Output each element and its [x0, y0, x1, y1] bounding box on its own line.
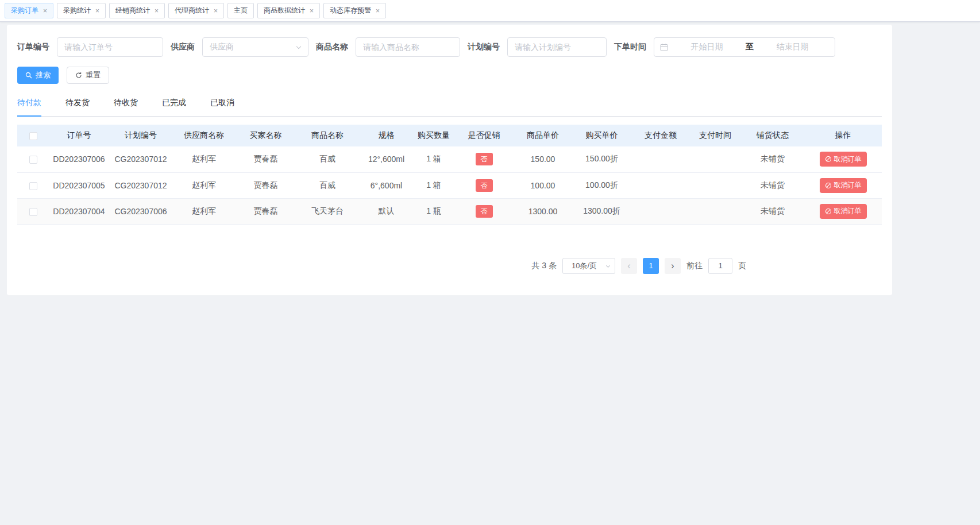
goto-label: 前往 [686, 261, 703, 271]
cancel-icon [825, 156, 832, 163]
close-icon[interactable]: × [214, 7, 218, 14]
page-size-select[interactable]: 10条/页 [562, 258, 615, 274]
cell-qty: 1 瓶 [414, 198, 454, 224]
cell-stock-status: 未铺货 [741, 172, 804, 198]
select-all-checkbox[interactable] [29, 132, 37, 140]
cell-pay-amount [632, 146, 689, 172]
col-promotion: 是否促销 [454, 125, 514, 146]
col-pay-time: 支付时间 [689, 125, 741, 146]
prev-page-button[interactable]: ‹ [621, 258, 637, 274]
promotion-badge: 否 [476, 179, 493, 192]
cancel-icon [825, 208, 832, 215]
order-time-label: 下单时间 [614, 42, 646, 52]
close-icon[interactable]: × [43, 7, 47, 14]
cell-pay-time [689, 198, 741, 224]
tab-pending-shipment[interactable]: 待发货 [65, 98, 90, 116]
tab-label: 经销商统计 [115, 6, 150, 16]
product-name-input[interactable] [356, 37, 460, 57]
col-order-no: 订单号 [49, 125, 109, 146]
tab-stock-warning[interactable]: 动态库存预警 × [323, 3, 386, 18]
supplier-select-placeholder: 供应商 [210, 42, 234, 52]
tab-home[interactable]: 主页 [227, 3, 254, 18]
table-row: DD202307006 CG202307012 赵利军 贾春磊 百威 12°,6… [17, 146, 882, 172]
cell-unit-price: 150.00 [514, 146, 572, 172]
cell-actions: 取消订单 [804, 172, 882, 198]
plan-no-input[interactable] [507, 37, 607, 57]
col-pay-amount: 支付金额 [632, 125, 689, 146]
chevron-down-icon [606, 263, 610, 267]
cell-spec: 默认 [359, 198, 414, 224]
supplier-select[interactable]: 供应商 [202, 37, 308, 57]
col-buyer-name: 买家名称 [236, 125, 296, 146]
refresh-icon [75, 72, 82, 79]
tab-label: 采购订单 [11, 6, 38, 16]
col-supplier-name: 供应商名称 [172, 125, 236, 146]
search-form: 订单编号 供应商 供应商 商品名称 计划编号 下单时间 开始日期 至 结束日期 [17, 37, 882, 57]
col-spec: 规格 [359, 125, 414, 146]
cell-order-no: DD202307004 [49, 198, 109, 224]
goto-page-input[interactable] [708, 258, 732, 274]
tab-product-data-stats[interactable]: 商品数据统计 × [257, 3, 320, 18]
cell-product: 飞天茅台 [296, 198, 359, 224]
form-actions: 搜索 重置 [17, 67, 882, 84]
tab-dealer-stats[interactable]: 经销商统计 × [109, 3, 165, 18]
tab-purchase-order[interactable]: 采购订单 × [5, 3, 53, 18]
close-icon[interactable]: × [310, 7, 314, 14]
close-icon[interactable]: × [95, 7, 99, 14]
cell-checkbox [17, 198, 49, 224]
purchase-order-panel: 订单编号 供应商 供应商 商品名称 计划编号 下单时间 开始日期 至 结束日期 [7, 25, 892, 295]
cell-plan-no: CG202307006 [109, 198, 172, 224]
chevron-down-icon [296, 44, 301, 49]
row-checkbox[interactable] [29, 208, 37, 216]
pagination: 共 3 条 10条/页 ‹ 1 › 前往 页 [17, 258, 882, 274]
cell-pay-amount [632, 198, 689, 224]
cell-qty: 1 箱 [414, 172, 454, 198]
search-button[interactable]: 搜索 [17, 67, 59, 84]
col-actions: 操作 [804, 125, 882, 146]
tab-pending-receipt[interactable]: 待收货 [114, 98, 138, 116]
tab-agent-stats[interactable]: 代理商统计 × [168, 3, 224, 18]
plan-no-label: 计划编号 [468, 42, 500, 52]
tab-cancelled[interactable]: 已取消 [210, 98, 234, 116]
next-page-button[interactable]: › [665, 258, 681, 274]
cell-spec: 6°,600ml [359, 172, 414, 198]
row-checkbox[interactable] [29, 182, 37, 190]
cell-supplier: 赵利军 [172, 146, 236, 172]
tab-pending-payment[interactable]: 待付款 [17, 98, 41, 116]
col-product-name: 商品名称 [296, 125, 359, 146]
row-checkbox[interactable] [29, 156, 37, 164]
cancel-order-button[interactable]: 取消订单 [820, 152, 867, 167]
table-row: DD202307004 CG202307006 赵利军 贾春磊 飞天茅台 默认 … [17, 198, 882, 224]
cell-buy-price: 1300.00折 [572, 198, 632, 224]
cell-checkbox [17, 146, 49, 172]
cell-supplier: 赵利军 [172, 172, 236, 198]
order-no-input[interactable] [57, 37, 163, 57]
cell-actions: 取消订单 [804, 198, 882, 224]
order-time-range-picker[interactable]: 开始日期 至 结束日期 [654, 37, 835, 57]
cell-supplier: 赵利军 [172, 198, 236, 224]
cancel-order-button[interactable]: 取消订单 [820, 178, 867, 193]
col-quantity: 购买数量 [414, 125, 454, 146]
cell-product: 百威 [296, 146, 359, 172]
end-date-placeholder[interactable]: 结束日期 [756, 42, 829, 52]
cell-stock-status: 未铺货 [741, 198, 804, 224]
cell-checkbox [17, 172, 49, 198]
reset-button[interactable]: 重置 [67, 67, 109, 84]
tab-label: 主页 [234, 6, 248, 16]
total-count: 共 3 条 [531, 261, 557, 271]
cell-stock-status: 未铺货 [741, 146, 804, 172]
cell-plan-no: CG202307012 [109, 172, 172, 198]
cancel-order-button[interactable]: 取消订单 [820, 204, 867, 219]
col-checkbox [17, 125, 49, 146]
col-unit-price: 商品单价 [514, 125, 572, 146]
page-number-1[interactable]: 1 [643, 258, 659, 274]
tab-completed[interactable]: 已完成 [162, 98, 186, 116]
tab-purchase-stats[interactable]: 采购统计 × [57, 3, 106, 18]
orders-table: 订单号 计划编号 供应商名称 买家名称 商品名称 规格 购买数量 是否促销 商品… [17, 125, 882, 225]
cell-unit-price: 100.00 [514, 172, 572, 198]
start-date-placeholder[interactable]: 开始日期 [670, 42, 743, 52]
close-icon[interactable]: × [155, 7, 159, 14]
close-icon[interactable]: × [376, 7, 380, 14]
col-stock-status: 铺货状态 [741, 125, 804, 146]
promotion-badge: 否 [476, 205, 493, 218]
